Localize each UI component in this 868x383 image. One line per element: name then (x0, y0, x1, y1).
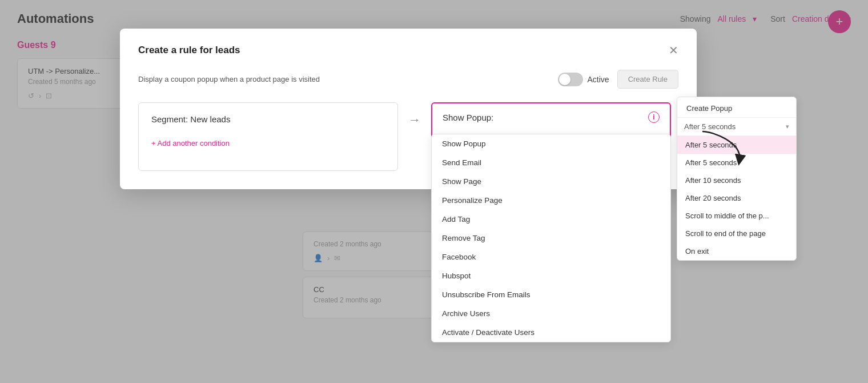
action-item-facebook[interactable]: Facebook (432, 248, 670, 266)
condition-box: Segment: New leads + Add another conditi… (138, 102, 398, 171)
action-item-personalize-page[interactable]: Personalize Page (432, 191, 670, 210)
timing-option-5[interactable]: Scroll to end of the page (677, 225, 796, 242)
modal-title: Create a rule for leads (138, 45, 240, 56)
timing-option-6[interactable]: On exit (677, 242, 796, 260)
action-item-add-tag[interactable]: Add Tag (432, 210, 670, 229)
info-icon: i (648, 111, 660, 123)
timing-option-4[interactable]: Scroll to middle of the p... (677, 207, 796, 225)
timing-select-row[interactable]: After 5 seconds ▾ (677, 118, 796, 136)
modal-subtitle-row: Display a coupon popup when a product pa… (138, 70, 678, 89)
action-title: Show Popup: (443, 113, 493, 122)
modal: Create a rule for leads ✕ Display a coup… (120, 29, 697, 189)
action-header: Show Popup: i (432, 103, 670, 123)
active-toggle[interactable] (558, 73, 583, 86)
modal-header: Create a rule for leads ✕ (138, 45, 678, 56)
active-label: Active (588, 75, 609, 84)
timing-header: Create Popup (677, 97, 796, 118)
action-item-archive[interactable]: Archive Users (432, 304, 670, 323)
timing-option-0[interactable]: After 5 seconds (677, 136, 796, 154)
workflow-arrow: → (398, 102, 431, 127)
action-item-show-popup[interactable]: Show Popup (432, 134, 670, 153)
timing-option-1[interactable]: After 5 seconds (677, 154, 796, 171)
modal-subtitle: Display a coupon popup when a product pa… (138, 75, 320, 83)
workflow-row: Segment: New leads + Add another conditi… (138, 102, 678, 171)
action-item-hubspot[interactable]: Hubspot (432, 266, 670, 285)
action-item-show-page[interactable]: Show Page (432, 172, 670, 191)
chevron-down-icon-timing: ▾ (786, 123, 789, 130)
condition-segment: Segment: New leads (151, 114, 385, 124)
action-item-send-email[interactable]: Send Email (432, 153, 670, 172)
action-item-activate-deactivate[interactable]: Activate / Deactivate Users (432, 323, 670, 342)
timing-option-3[interactable]: After 20 seconds (677, 189, 796, 207)
action-item-unsubscribe[interactable]: Unsubscribe From Emails (432, 285, 670, 304)
toggle-knob (559, 74, 570, 85)
action-item-remove-tag[interactable]: Remove Tag (432, 229, 670, 248)
right-arrow-icon: → (408, 113, 421, 127)
create-rule-button[interactable]: Create Rule (617, 70, 678, 89)
add-condition-button[interactable]: + Add another condition (151, 139, 230, 147)
timing-selected-value: After 5 seconds (684, 122, 736, 131)
modal-right-controls: Active Create Rule (558, 70, 679, 89)
timing-popup: Create Popup After 5 seconds ▾ After 5 s… (677, 97, 797, 261)
action-area: Show Popup: i Show Popup Send Email Show… (431, 102, 671, 171)
active-toggle-wrap: Active (558, 73, 609, 86)
modal-close-button[interactable]: ✕ (669, 45, 678, 56)
timing-option-2[interactable]: After 10 seconds (677, 171, 796, 189)
action-dropdown: Show Popup Send Email Show Page Personal… (431, 134, 671, 342)
